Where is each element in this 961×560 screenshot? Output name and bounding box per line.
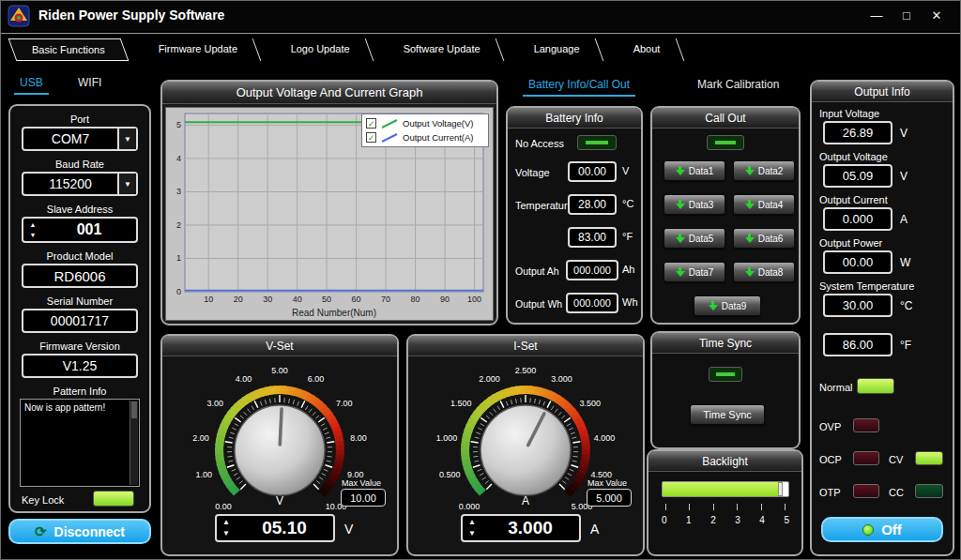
data9-button[interactable]: Data9 — [694, 295, 761, 316]
download-icon — [745, 200, 755, 209]
backlight-ticks — [665, 504, 786, 510]
battery-temp-label: Temperature — [515, 200, 573, 211]
tab-mark-calibration[interactable]: Mark Calibration — [692, 78, 785, 95]
output-voltage-unit: V — [900, 170, 908, 183]
pattern-info-box: Now is app pattern! — [20, 399, 140, 487]
cv-led — [915, 451, 943, 465]
tab-wifi[interactable]: WIFI — [72, 76, 107, 93]
svg-text:0.00: 0.00 — [215, 502, 232, 511]
legend-label: Output Current(A) — [403, 132, 474, 143]
input-voltage-label: Input Voltage — [819, 108, 879, 119]
cc-led — [915, 484, 943, 498]
backlight-tick — [737, 504, 738, 510]
minimize-button[interactable]: — — [864, 8, 889, 23]
spinner-down-icon[interactable]: ▼ — [30, 232, 37, 238]
voltage-checkbox[interactable]: ✓ — [366, 118, 376, 129]
backlight-slider[interactable] — [662, 481, 789, 497]
slave-address-stepper[interactable]: ▲ ▼ 001 — [22, 217, 138, 243]
download-icon — [745, 166, 755, 175]
output-off-button[interactable]: Off — [821, 517, 943, 542]
output-current-label: Output Current — [819, 194, 888, 205]
time-sync-button[interactable]: Time Sync — [690, 404, 765, 425]
backlight-tick — [761, 504, 762, 510]
button-label: Data6 — [758, 234, 784, 244]
button-label: Data9 — [722, 301, 747, 311]
firmware-version-label: Firmware Version — [10, 341, 149, 352]
call-out-panel: Call Out Data1 Data2 Data3 Data4 Data5 D… — [650, 106, 801, 325]
input-voltage-unit: V — [900, 127, 908, 140]
vset-panel: V-Set 0.001.002.003.004.005.006.007.008.… — [160, 334, 399, 556]
vset-max-value-field[interactable]: 10.00 — [341, 489, 386, 507]
svg-text:0: 0 — [176, 287, 181, 296]
current-checkbox[interactable]: ✓ — [366, 132, 376, 143]
baud-rate-label: Baud Rate — [10, 159, 149, 170]
tab-usb[interactable]: USB — [14, 76, 49, 95]
output-current-unit: A — [900, 213, 908, 226]
svg-text:80: 80 — [411, 295, 420, 304]
tab-basic-functions[interactable]: Basic Functions — [8, 38, 129, 61]
button-label: Data5 — [689, 234, 714, 244]
tab-label: Basic Functions — [32, 39, 105, 60]
port-select[interactable]: COM7 ▼ — [22, 127, 138, 151]
tab-label: Firmware Update — [158, 38, 236, 59]
product-model-value: RD6006 — [22, 264, 138, 288]
scrollbar[interactable] — [130, 401, 138, 485]
svg-text:1.00: 1.00 — [195, 470, 212, 479]
vset-stepper[interactable]: ▲ ▼ 05.10 — [215, 514, 335, 542]
disconnect-button[interactable]: ⟳ Disconnect — [8, 519, 151, 544]
spinner-down-icon[interactable]: ▼ — [222, 530, 230, 537]
tab-label: Software Update — [404, 38, 480, 59]
baud-rate-select[interactable]: 115200 ▼ — [22, 172, 138, 196]
tab-logo-update[interactable]: Logo Update — [268, 38, 374, 61]
graph-legend: ✓ Output Voltage(V) ✓ Output Current(A) — [361, 114, 489, 147]
title-bar: Riden Power Supply Software — □ ✕ — [1, 1, 960, 31]
tab-label: Language — [534, 38, 580, 59]
refresh-icon: ⟳ — [35, 524, 47, 538]
spinner-up-icon[interactable]: ▲ — [468, 519, 476, 526]
data2-button[interactable]: Data2 — [733, 160, 795, 181]
battery-panel-title: Battery Info — [508, 108, 641, 129]
voltage-line-sample — [380, 118, 399, 129]
backlight-slider-thumb[interactable] — [778, 482, 783, 496]
chevron-down-icon[interactable]: ▼ — [117, 174, 136, 194]
tab-software-update[interactable]: Software Update — [381, 38, 505, 61]
data4-button[interactable]: Data4 — [733, 194, 795, 215]
time-sync-panel-title: Time Sync — [652, 333, 799, 354]
spinner-down-icon[interactable]: ▼ — [468, 530, 476, 537]
data5-button[interactable]: Data5 — [664, 228, 725, 249]
time-sync-status-led — [709, 367, 742, 382]
svg-text:2.000: 2.000 — [479, 374, 500, 384]
svg-text:4.000: 4.000 — [594, 433, 616, 443]
spinner-up-icon[interactable]: ▲ — [30, 221, 37, 228]
tab-firmware-update[interactable]: Firmware Update — [135, 38, 261, 61]
iset-max-value-field[interactable]: 5.000 — [587, 489, 632, 507]
data1-button[interactable]: Data1 — [664, 160, 725, 181]
svg-text:0.000: 0.000 — [459, 502, 480, 511]
backlight-panel: Backlight 0 1 2 3 4 5 — [647, 449, 803, 556]
spinner-up-icon[interactable]: ▲ — [222, 519, 230, 526]
system-temp-c-unit: °C — [900, 299, 912, 312]
data6-button[interactable]: Data6 — [733, 228, 795, 249]
tab-language[interactable]: Language — [511, 38, 604, 61]
output-wh-label: Output Wh — [515, 298, 562, 310]
pattern-info-label: Pattern Info — [10, 386, 149, 397]
tab-battery-info-call-out[interactable]: Battery Info/Call Out — [523, 78, 635, 97]
data3-button[interactable]: Data3 — [664, 194, 725, 215]
tab-about[interactable]: About — [611, 38, 684, 61]
button-label: Data4 — [758, 200, 784, 210]
data8-button[interactable]: Data8 — [733, 262, 795, 282]
svg-text:6.00: 6.00 — [308, 374, 325, 384]
output-ah-label: Output Ah — [515, 265, 559, 277]
chevron-down-icon[interactable]: ▼ — [117, 129, 136, 149]
close-button[interactable]: ✕ — [924, 8, 949, 23]
output-ah-unit: Ah — [622, 264, 634, 275]
iset-stepper[interactable]: ▲ ▼ 3.000 — [461, 514, 581, 542]
tab-label: Logo Update — [291, 38, 350, 59]
legend-row-voltage: ✓ Output Voltage(V) — [366, 116, 484, 130]
button-label: Time Sync — [703, 409, 752, 420]
battery-temp-f-unit: °F — [622, 231, 633, 242]
output-power-unit: W — [900, 256, 910, 269]
output-voltage-label: Output Voltage — [819, 151, 888, 162]
data7-button[interactable]: Data7 — [664, 262, 725, 282]
maximize-button[interactable]: □ — [894, 8, 919, 23]
